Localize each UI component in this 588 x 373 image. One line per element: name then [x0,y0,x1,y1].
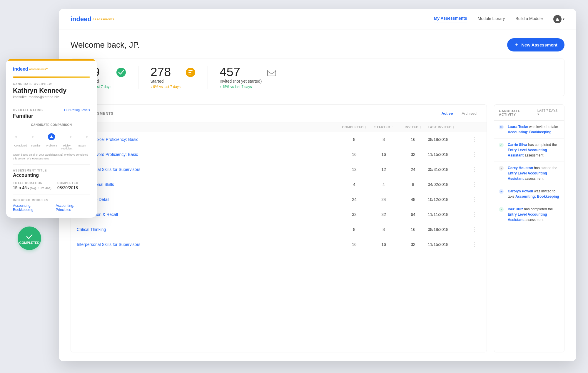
mobile-card-content: indeed assessments™ CANDIDATE OVERVIEW K… [6,61,97,218]
table-row: Critical Thinking 8 8 16 08/18/2018 ⋮ [71,222,487,237]
logo-indeed: indeed [71,15,91,23]
row-menu-button[interactable]: ⋮ [469,226,481,233]
row-menu-button[interactable]: ⋮ [469,211,481,218]
activity-icon-wrap: ✓ [499,143,505,158]
row-started: 12 [369,167,398,172]
row-assessment-name[interactable]: Organizational Skills [77,182,340,187]
stat-divider-1 [138,66,138,89]
table-row: Attention to Detail 24 24 48 10/12/2018 … [71,192,487,207]
row-last-invited: 11/15/2018 [428,152,469,157]
activity-assessment-link[interactable]: Entry Level Accounting Assistant [508,148,547,157]
row-completed: 24 [340,197,369,202]
row-started: 4 [369,182,398,187]
activity-header: CANDIDATE ACTIVITY LAST 7 DAYS ▾ [494,105,564,121]
started-number: 278 [150,66,181,78]
row-invited: 16 [398,227,428,232]
activity-assessment-link[interactable]: Entry Level Accounting Assistant [508,212,547,222]
row-menu-button[interactable]: ⋮ [469,136,481,143]
row-assessment-name[interactable]: Microsoft Excel Proficiency: Basic [77,137,340,142]
activity-icon-wrap: ● [499,166,505,181]
stat-divider-2 [208,66,208,89]
nav-module-library[interactable]: Module Library [478,16,505,22]
started-label: Started [150,79,181,84]
activity-text: Inez Ruiz has completed the Entry Level … [508,207,559,222]
page-title: Welcome back, JP. [71,40,140,50]
row-completed: 12 [340,167,369,172]
module-principles[interactable]: Accounting: Principles [56,204,90,212]
invited-number: 457 [220,66,262,78]
assessments-panel: MY ASSESSMENTS Active Archived NAME ↕ CO… [71,104,487,352]
dot-highly-proficient [70,136,71,138]
row-completed: 4 [340,182,369,187]
completed-badge: Completed [18,227,41,250]
activity-title: CANDIDATE ACTIVITY [499,109,537,116]
row-menu-button[interactable]: ⋮ [469,181,481,188]
activity-filter[interactable]: LAST 7 DAYS ▾ [537,109,559,116]
mail-icon: ✉ [499,125,504,129]
assessments-table-body: Microsoft Excel Proficiency: Basic 8 8 1… [71,132,487,352]
activity-candidate-name[interactable]: Corey Houston [508,166,533,170]
navbar: indeed assessments My Assessments Module… [59,9,576,29]
activity-assessment-link[interactable]: Accounting: Bookkeeping [508,130,552,134]
row-completed: 8 [340,227,369,232]
nav-build-module[interactable]: Build a Module [515,16,543,22]
tab-archived[interactable]: Archived [457,109,481,117]
module-bookkeeping[interactable]: Accounting: Bookkeeping [13,204,52,212]
tab-active[interactable]: Active [437,109,457,117]
row-last-invited: 10/12/2018 [428,197,469,202]
activity-assessment-link[interactable]: Entry Level Accounting Assistant [508,171,547,181]
row-assessment-name[interactable]: Attention to Detail [77,197,340,202]
row-invited: 24 [398,167,428,172]
row-menu-button[interactable]: ⋮ [469,166,481,173]
row-assessment-name[interactable]: Critical Thinking [77,227,340,232]
row-last-invited: 08/18/2018 [428,227,469,232]
label-familiar: Familiar [28,144,44,150]
rating-levels-link[interactable]: Our Rating Levels [64,108,90,112]
duration-label: TOTAL DURATION [13,181,51,185]
page-header: Welcome back, JP. ＋ New Assessment [71,38,564,51]
row-last-invited: 05/31/2018 [428,167,469,172]
dot-completed [15,136,17,138]
row-completed: 16 [340,152,369,157]
duration-value: 15m 45s (avg. 10m 36s) [13,185,51,190]
row-assessment-name[interactable]: Memorization & Recall [77,212,340,217]
row-assessment-name[interactable]: Interpersonal Skills for Supervisors [77,167,340,172]
navbar-nav: My Assessments Module Library Build a Mo… [434,15,564,23]
col-invited: INVITED ↕ [398,125,428,129]
activity-item: ● Corey Houston has started the Entry Le… [494,162,564,185]
chart-labels: Completed Familiar Proficient Highly Pro… [13,144,90,150]
row-menu-button[interactable]: ⋮ [469,241,481,248]
col-name: NAME ↕ [77,125,340,129]
mobile-logo-assessments: assessments™ [29,68,49,71]
candidate-name: Kathryn Kennedy [13,87,90,94]
modules-links: Accounting: Bookkeeping Accounting: Prin… [13,204,90,212]
completed-badge-text: Completed [19,241,39,244]
completed-badge-wrap: Completed [18,227,41,250]
candidate-overview-label: CANDIDATE OVERVIEW [13,82,90,86]
row-last-invited: 11/11/2018 [428,212,469,217]
dot-familiar [32,136,34,138]
activity-candidate-name[interactable]: Laura Teske [508,125,528,129]
activity-candidate-name[interactable]: Carrie Silva [508,143,527,147]
label-highly-proficient: Highly Proficient [59,144,74,150]
col-completed: COMPLETED ↕ [340,125,369,129]
activity-list: ✉ Laura Teske was invited to take Accoun… [494,121,564,352]
new-assessment-label: New Assessment [521,42,557,47]
row-started: 16 [369,242,398,247]
completed-col: COMPLETED 08/20/2018 [57,181,78,190]
new-assessment-button[interactable]: ＋ New Assessment [507,38,564,51]
row-menu-button[interactable]: ⋮ [469,151,481,158]
row-started: 16 [369,152,398,157]
nav-my-assessments[interactable]: My Assessments [434,16,467,22]
candidate-email: kassulke_moshe@katrine.biz [13,95,90,99]
activity-candidate-name[interactable]: Inez Ruiz [508,207,523,211]
table-row: Interpersonal Skills for Supervisors 12 … [71,162,487,177]
mobile-logo-indeed: indeed [13,66,28,72]
nav-user[interactable]: ▾ [553,15,564,23]
activity-candidate-name[interactable]: Carolyn Powell [508,189,533,193]
row-menu-button[interactable]: ⋮ [469,196,481,203]
row-assessment-name[interactable]: Interpersonal Skills for Supervisors [77,242,340,247]
table-row: Memorization & Recall 32 32 64 11/11/201… [71,207,487,222]
row-assessment-name[interactable]: Microsoft Word Proficiency: Basic [77,152,340,157]
activity-assessment-link[interactable]: Accounting: Bookkeeping [515,194,559,199]
